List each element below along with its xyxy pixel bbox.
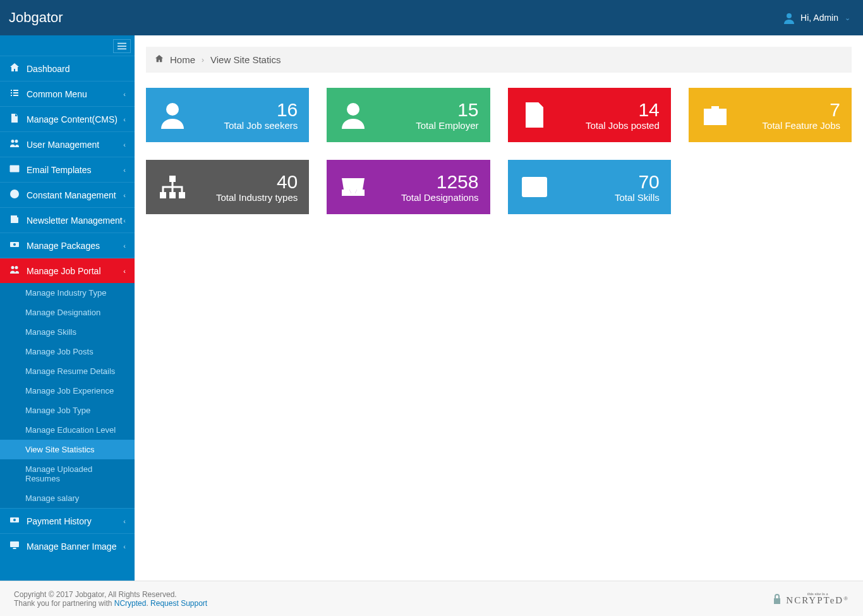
person-icon [335,97,371,133]
sidebar-sublink[interactable]: Manage Designation [0,303,135,322]
stat-card-total-feature-jobs[interactable]: 7Total Feature Jobs [689,88,852,142]
sidebar-subitem-manage-uploaded-resumes: Manage Uploaded Resumes [0,459,135,488]
footer-brand[interactable]: this site is a NCRYPTeD® [771,591,849,606]
user-menu[interactable]: Hi, Admin ⌄ [783,11,850,24]
sidebar-link[interactable]: User Management‹ [0,132,135,157]
sidebar-sublink[interactable]: Manage salary [0,488,135,508]
stat-label: Total Jobs posted [586,120,660,131]
chevron-left-icon: ‹ [123,191,126,199]
stat-label: Total Industry types [216,192,298,203]
stat-card-total-designations[interactable]: 1258Total Designations [327,160,490,214]
sidebar-item-dashboard: Dashboard [0,56,135,81]
sidebar-link[interactable]: Dashboard [0,56,135,81]
users-icon [9,138,20,150]
sidebar-item-email-templates: Email Templates‹ [0,157,135,182]
sidebar-subitem-manage-job-posts: Manage Job Posts [0,342,135,361]
breadcrumb-home-link[interactable]: Home [170,54,195,65]
sidebar-toggle-button[interactable] [113,39,131,53]
sidebar-item-manage-job-portal: Manage Job Portal‹Manage Industry TypeMa… [0,258,135,508]
chevron-left-icon: ‹ [123,242,126,250]
sidebar-item-label: Dashboard [27,64,126,74]
briefcase-icon [697,97,733,133]
sidebar-sublink[interactable]: Manage Job Posts [0,342,135,361]
breadcrumb: Home › View Site Statics [146,47,852,73]
sidebar-link[interactable]: Email Templates‹ [0,157,135,182]
breadcrumb-current: View Site Statics [210,54,281,65]
stat-card-total-skills[interactable]: 70Total Skills [508,160,671,214]
chevron-left-icon: ‹ [123,517,126,525]
sidebar-subitem-manage-salary: Manage salary [0,488,135,508]
user-avatar-icon [783,11,795,24]
footer-support-link[interactable]: Request Support [150,599,207,608]
sidebar-subitem-manage-resume-details: Manage Resume Details [0,361,135,381]
person-icon [155,97,190,133]
sitemap-icon [155,169,190,205]
news-icon [9,214,20,226]
sidebar-item-label: Manage Job Portal [27,266,123,276]
sidebar-link[interactable]: Newsletter Management‹ [0,208,135,233]
lock-icon [771,593,783,605]
desktop-icon [9,540,20,552]
sidebar-nav: DashboardCommon Menu‹Manage Content(CMS)… [0,56,135,559]
sidebar-sublink[interactable]: Manage Skills [0,322,135,342]
sidebar-link[interactable]: Manage Banner Image‹ [0,534,135,559]
chevron-left-icon: ‹ [123,166,126,174]
sidebar-item-constant-management: Constant Management‹ [0,182,135,207]
home-icon [9,63,20,75]
footer-brand-text: NCRYPTeD [786,595,843,605]
stat-value: 15 [416,99,478,120]
sidebar-subitem-manage-industry-type: Manage Industry Type [0,283,135,303]
sidebar-item-manage-content-cms-: Manage Content(CMS)‹ [0,106,135,131]
stat-card-total-industry-types[interactable]: 40Total Industry types [146,160,309,214]
sidebar-link[interactable]: Payment History‹ [0,509,135,533]
sidebar-link[interactable]: Manage Packages‹ [0,233,135,258]
sidebar-sublink[interactable]: Manage Resume Details [0,361,135,381]
sidebar-item-label: Manage Banner Image [27,541,123,552]
breadcrumb-separator-icon: › [202,56,204,64]
chevron-left-icon: ‹ [123,90,126,98]
home-icon [155,54,164,65]
chevron-left-icon: ‹ [123,217,126,224]
chevron-left-icon: ‹ [123,116,126,123]
sidebar-link[interactable]: Manage Job Portal‹ [0,258,135,283]
chevron-left-icon: ‹ [123,543,126,550]
sidebar-sublink[interactable]: View Site Statistics [0,440,135,459]
sidebar-link[interactable]: Constant Management‹ [0,183,135,207]
brand-title[interactable]: Jobgator [9,9,63,26]
sidebar-link[interactable]: Manage Content(CMS)‹ [0,107,135,131]
sidebar-subitem-manage-designation: Manage Designation [0,303,135,322]
stat-card-total-jobs-posted[interactable]: 14Total Jobs posted [508,88,671,142]
sidebar-item-label: Payment History [27,516,123,526]
sidebar-link[interactable]: Common Menu‹ [0,82,135,106]
sidebar-item-label: Manage Packages [27,241,123,251]
sidebar-item-payment-history: Payment History‹ [0,508,135,533]
money-icon [9,515,20,527]
sidebar-subitem-manage-skills: Manage Skills [0,322,135,342]
user-greeting-text: Hi, Admin [800,13,838,23]
stat-value: 14 [586,99,660,120]
sidebar-sublink[interactable]: Manage Industry Type [0,283,135,303]
chevron-left-icon: ‹ [123,267,126,275]
stat-value: 40 [216,171,298,192]
doc-icon [517,97,552,133]
footer-ncrypted-link[interactable]: NCrypted [114,599,147,608]
stat-label: Total Feature Jobs [763,120,840,131]
footer-text: Copyright © 2017 Jobgator, All Rights Re… [14,590,207,608]
sidebar-subitem-manage-education-level: Manage Education Level [0,420,135,440]
users-icon [9,265,20,277]
sidebar-sublink[interactable]: Manage Job Type [0,401,135,420]
sidebar-sublink[interactable]: Manage Job Experience [0,381,135,401]
file-icon [9,113,20,125]
sidebar-sublink[interactable]: Manage Education Level [0,420,135,440]
stat-value: 16 [224,99,298,120]
list-icon [9,88,20,100]
sidebar-item-label: Email Templates [27,165,123,175]
sidebar-item-label: Common Menu [27,89,123,99]
sidebar-subitem-manage-job-type: Manage Job Type [0,401,135,420]
footer-copyright: Copyright © 2017 Jobgator, All Rights Re… [14,590,207,599]
stat-card-total-job-seekers[interactable]: 16Total Job seekers [146,88,309,142]
sidebar-item-common-menu: Common Menu‹ [0,81,135,106]
sidebar-sublink[interactable]: Manage Uploaded Resumes [0,459,135,488]
stat-card-total-employer[interactable]: 15Total Employer [327,88,490,142]
sidebar: DashboardCommon Menu‹Manage Content(CMS)… [0,35,135,581]
